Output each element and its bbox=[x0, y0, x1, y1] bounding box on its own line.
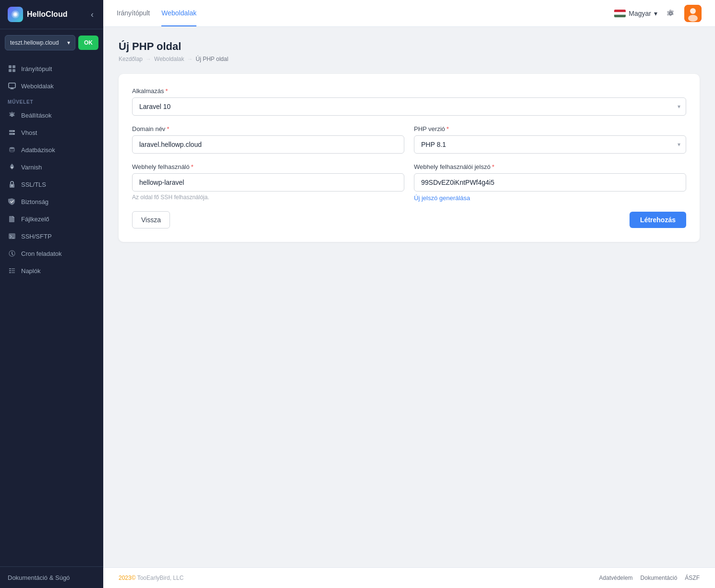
application-select-wrapper: Laravel 10 WordPress Custom PHP ▾ bbox=[132, 97, 686, 116]
required-star: * bbox=[165, 87, 168, 95]
php-version-label: PHP verzió * bbox=[414, 125, 686, 132]
required-star: * bbox=[492, 163, 494, 170]
sidebar-item-iranyitopult[interactable]: Irányítópult bbox=[0, 60, 103, 77]
topnav-right: Magyar ▾ bbox=[614, 5, 702, 22]
database-icon bbox=[8, 145, 16, 154]
application-group: Alkalmazás * Laravel 10 WordPress Custom… bbox=[132, 87, 686, 116]
rocket-icon bbox=[8, 163, 16, 171]
main-area: Irányítópult Weboldalak Magyar ▾ bbox=[103, 0, 715, 588]
sidebar: HelloCloud ‹ teszt.hellowp.cloud ▾ OK Ir… bbox=[0, 0, 103, 588]
server-icon bbox=[8, 128, 16, 137]
monitor-icon bbox=[8, 82, 16, 90]
sidebar-item-ssl-tls[interactable]: SSL/TLS bbox=[0, 176, 103, 193]
sidebar-item-label: Naplók bbox=[21, 267, 40, 275]
copyright: 2023© TooEarlyBird, LLC bbox=[119, 575, 183, 581]
ok-button[interactable]: OK bbox=[78, 36, 98, 50]
required-star: * bbox=[167, 125, 169, 132]
webuser-group: Webhely felhasználó * Az oldal fő SSH fe… bbox=[132, 163, 404, 202]
svg-point-10 bbox=[13, 131, 14, 132]
footer-links: Adatvédelem Dokumentáció ÁSZF bbox=[599, 575, 700, 581]
create-button[interactable]: Létrehozás bbox=[630, 212, 686, 228]
footer-link-adatvédelem[interactable]: Adatvédelem bbox=[599, 575, 633, 581]
php-version-group: PHP verzió * PHP 8.1 PHP 8.0 PHP 7.4 ▾ bbox=[414, 125, 686, 154]
domain-group: Domain név * bbox=[132, 125, 404, 154]
svg-rect-25 bbox=[614, 12, 626, 14]
docs-help-button[interactable]: Dokumentáció & Súgó bbox=[8, 574, 70, 581]
webuser-password-row: Webhely felhasználó * Az oldal fő SSH fe… bbox=[132, 163, 686, 202]
logo-icon bbox=[8, 7, 23, 22]
svg-point-12 bbox=[10, 147, 14, 149]
logo: HelloCloud bbox=[8, 7, 67, 22]
webpass-group: Webhely felhasználói jelszó * Új jelszó … bbox=[414, 163, 686, 202]
site-dropdown-text: teszt.hellowp.cloud bbox=[10, 39, 59, 46]
svg-point-15 bbox=[12, 185, 12, 186]
footer-link-aszf[interactable]: ÁSZF bbox=[685, 575, 700, 581]
site-selector: teszt.hellowp.cloud ▾ OK bbox=[5, 35, 98, 50]
sidebar-item-varnish[interactable]: Varnish bbox=[0, 158, 103, 176]
sidebar-item-label: Weboldalak bbox=[21, 83, 54, 90]
required-star: * bbox=[191, 163, 194, 170]
sidebar-item-naplok[interactable]: Naplók bbox=[0, 262, 103, 279]
language-selector[interactable]: Magyar ▾ bbox=[614, 10, 657, 17]
sidebar-item-label: SSH/SFTP bbox=[21, 233, 52, 240]
application-select[interactable]: Laravel 10 WordPress Custom PHP bbox=[132, 97, 686, 116]
svg-point-2 bbox=[14, 13, 17, 16]
tab-iranyitopult[interactable]: Irányítópult bbox=[117, 0, 150, 26]
sidebar-item-fajlkezelo[interactable]: Fájlkezelő bbox=[0, 210, 103, 228]
logo-text: HelloCloud bbox=[27, 10, 67, 19]
php-select-wrapper: PHP 8.1 PHP 8.0 PHP 7.4 ▾ bbox=[414, 135, 686, 154]
breadcrumb-home[interactable]: Kezdőlap bbox=[119, 56, 143, 62]
section-label: MŰVELET bbox=[0, 95, 103, 107]
sidebar-footer: Dokumentáció & Súgó bbox=[0, 566, 103, 588]
form-actions: Vissza Létrehozás bbox=[132, 211, 686, 228]
chevron-down-icon: ▾ bbox=[654, 10, 657, 17]
sidebar-item-cron-feladatok[interactable]: Cron feladatok bbox=[0, 245, 103, 262]
avatar[interactable] bbox=[684, 5, 702, 22]
breadcrumb: Kezdőlap → Weboldalak → Új PHP oldal bbox=[119, 56, 700, 62]
tab-weboldalak[interactable]: Weboldalak bbox=[161, 0, 196, 26]
webuser-hint: Az oldal fő SSH felhasználója. bbox=[132, 194, 404, 201]
settings-icon[interactable] bbox=[663, 6, 679, 21]
svg-rect-16 bbox=[9, 233, 15, 239]
breadcrumb-section[interactable]: Weboldalak bbox=[154, 56, 184, 62]
back-button[interactable]: Vissza bbox=[132, 211, 170, 228]
webpass-input[interactable] bbox=[414, 173, 686, 192]
dropdown-chevron-icon: ▾ bbox=[67, 39, 70, 46]
svg-rect-20 bbox=[9, 270, 11, 271]
webuser-input[interactable] bbox=[132, 173, 404, 192]
svg-rect-24 bbox=[614, 10, 626, 12]
gear-icon bbox=[8, 111, 16, 120]
sidebar-header: HelloCloud ‹ bbox=[0, 0, 103, 29]
copyright-year: 2023© bbox=[119, 575, 136, 581]
copyright-company: TooEarlyBird, LLC bbox=[137, 575, 184, 581]
page-footer: 2023© TooEarlyBird, LLC Adatvédelem Doku… bbox=[103, 567, 715, 588]
sidebar-item-vhost[interactable]: Vhost bbox=[0, 124, 103, 141]
sidebar-item-weboldalak[interactable]: Weboldalak bbox=[0, 77, 103, 95]
domain-label: Domain név * bbox=[132, 125, 404, 132]
sidebar-item-adatbazisok[interactable]: Adatbázisok bbox=[0, 141, 103, 158]
footer-link-dokumentacio[interactable]: Dokumentáció bbox=[641, 575, 678, 581]
sidebar-item-label: Biztonság bbox=[21, 198, 48, 205]
sidebar-item-beallitasok[interactable]: Beállítások bbox=[0, 107, 103, 124]
svg-rect-7 bbox=[9, 83, 15, 88]
generate-password-button[interactable]: Új jelszó generálása bbox=[414, 194, 470, 202]
webuser-label: Webhely felhasználó * bbox=[132, 163, 404, 170]
form-card: Alkalmazás * Laravel 10 WordPress Custom… bbox=[119, 74, 700, 242]
site-dropdown[interactable]: teszt.hellowp.cloud ▾ bbox=[5, 35, 75, 50]
sidebar-item-label: Cron feladatok bbox=[21, 250, 62, 257]
sidebar-back-button[interactable]: ‹ bbox=[89, 8, 96, 22]
sidebar-item-label: SSL/TLS bbox=[21, 181, 46, 188]
svg-rect-3 bbox=[9, 65, 12, 68]
php-version-select[interactable]: PHP 8.1 PHP 8.0 PHP 7.4 bbox=[414, 135, 686, 154]
sidebar-item-biztonsag[interactable]: Biztonság bbox=[0, 193, 103, 210]
sidebar-nav: Irányítópult Weboldalak MŰVELET Beállítá… bbox=[0, 56, 103, 566]
grid-icon bbox=[8, 64, 16, 73]
top-navigation: Irányítópult Weboldalak Magyar ▾ bbox=[103, 0, 715, 27]
topnav-tabs: Irányítópult Weboldalak bbox=[117, 0, 196, 26]
svg-rect-6 bbox=[12, 69, 15, 72]
svg-rect-18 bbox=[9, 268, 11, 269]
sidebar-item-ssh-sftp[interactable]: SSH/SFTP bbox=[0, 228, 103, 245]
svg-point-13 bbox=[12, 167, 13, 168]
hungarian-flag-icon bbox=[614, 10, 626, 17]
domain-input[interactable] bbox=[132, 135, 404, 154]
